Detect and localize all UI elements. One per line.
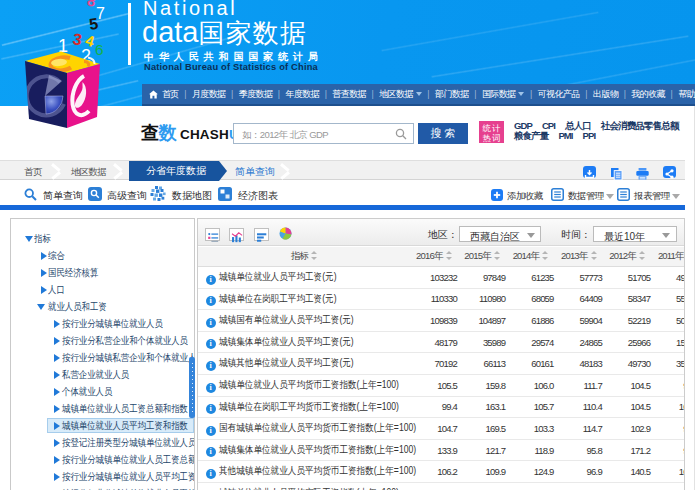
svg-text:6: 6 (95, 41, 104, 58)
